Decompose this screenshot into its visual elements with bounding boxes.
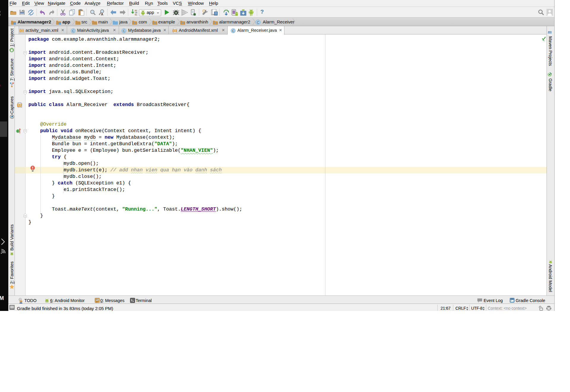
svg-text:C: C — [72, 29, 75, 33]
svg-text:C: C — [257, 20, 259, 25]
svg-text:<>: <> — [18, 104, 21, 107]
svg-text:C: C — [232, 29, 235, 33]
svg-text:<>: <> — [173, 30, 176, 33]
svg-text:A: A — [101, 12, 103, 16]
svg-text:01: 01 — [135, 14, 137, 16]
svg-text:C: C — [123, 29, 125, 33]
svg-text:<>: <> — [20, 30, 23, 33]
